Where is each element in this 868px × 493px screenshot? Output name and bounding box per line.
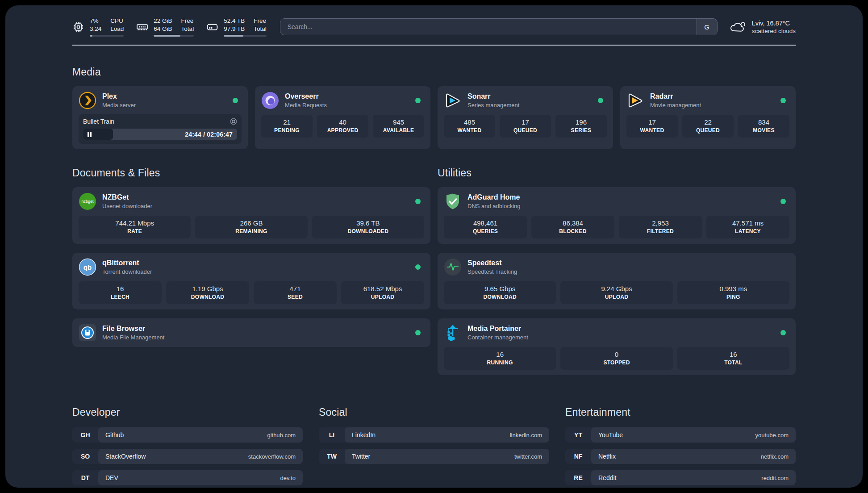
link-github[interactable]: GH Github github.com bbox=[72, 427, 303, 443]
card-title: Speedtest bbox=[467, 259, 517, 267]
card-title: NZBGet bbox=[102, 193, 152, 201]
disk-values: 52.4 TB 97.9 TB bbox=[224, 17, 245, 33]
link-url: dev.to bbox=[280, 475, 296, 481]
cpu-metric: 7% 3.24 CPU Load bbox=[72, 17, 124, 37]
link-name: Reddit bbox=[598, 474, 616, 481]
portainer-card[interactable]: Media Portainer Container management 16 … bbox=[438, 318, 796, 375]
link-twitter[interactable]: TW Twitter twitter.com bbox=[319, 449, 549, 464]
adguard-card[interactable]: AdGuard Home DNS and adblocking 498,461 … bbox=[438, 187, 796, 244]
stat-box: 39.6 TB DOWNLOADED bbox=[312, 216, 424, 238]
link-dev[interactable]: DT DEV dev.to bbox=[72, 470, 303, 485]
link-name: DEV bbox=[105, 474, 118, 481]
link-name: Github bbox=[105, 431, 124, 439]
link-stackoverflow[interactable]: SO StackOverflow stackoverflow.com bbox=[72, 449, 303, 464]
link-netflix[interactable]: NF Netflix netflix.com bbox=[565, 449, 796, 464]
sonarr-card[interactable]: Sonarr Series management 485 WANTED 17 Q… bbox=[438, 86, 613, 149]
weather-widget[interactable]: Lviv, 16.87°C scattered clouds bbox=[729, 20, 796, 34]
qbittorrent-card[interactable]: qb qBittorrent Torrent downloader 16 LEE… bbox=[72, 253, 430, 309]
link-abbr: SO bbox=[72, 449, 98, 464]
nzbget-card[interactable]: nzbget NZBGet Usenet downloader 744.21 M… bbox=[72, 187, 430, 244]
stat-box: 1.19 Gbps DOWNLOAD bbox=[166, 281, 249, 304]
developer-links: Developer GH Github github.com SO StackO… bbox=[72, 384, 303, 492]
playback-time: 24:44 / 02:06:47 bbox=[185, 131, 233, 138]
card-subtitle: Series management bbox=[467, 102, 519, 109]
link-url: linkedin.com bbox=[510, 432, 542, 439]
documents-column: Documents & Files nzbget NZBGet Usenet d… bbox=[72, 149, 430, 356]
card-title: AdGuard Home bbox=[467, 193, 521, 201]
link-name: StackOverflow bbox=[105, 453, 146, 460]
search-bar: G bbox=[280, 18, 718, 35]
playback-progress-bar[interactable]: 24:44 / 02:06:47 bbox=[83, 129, 237, 140]
link-url: youtube.com bbox=[755, 432, 789, 439]
utilities-column: Utilities AdGuard Home DNS and adblockin… bbox=[438, 149, 796, 384]
stat-box: 16 RUNNING bbox=[444, 347, 556, 370]
speedtest-card[interactable]: Speedtest Speedtest Tracking 9.65 Gbps D… bbox=[438, 253, 796, 309]
card-subtitle: DNS and adblocking bbox=[467, 203, 521, 209]
ram-icon bbox=[136, 21, 148, 33]
session-icon[interactable] bbox=[230, 118, 237, 125]
section-title-social: Social bbox=[319, 406, 549, 418]
stat-box: 485 WANTED bbox=[444, 115, 495, 138]
link-name: Netflix bbox=[598, 453, 616, 460]
stat-box: 834 MOVIES bbox=[738, 115, 789, 138]
link-reddit[interactable]: RE Reddit reddit.com bbox=[565, 470, 796, 485]
qbittorrent-icon: qb bbox=[79, 258, 96, 276]
disk-total-value: 97.9 TB bbox=[224, 25, 245, 33]
card-subtitle: Movie management bbox=[650, 102, 701, 109]
link-abbr: DT bbox=[72, 470, 98, 485]
weather-condition: scattered clouds bbox=[752, 28, 796, 34]
section-title-documents: Documents & Files bbox=[72, 167, 430, 179]
stat-box: 47.571 ms LATENCY bbox=[706, 216, 789, 238]
disk-metric: 52.4 TB 97.9 TB Free Total bbox=[206, 17, 267, 37]
stat-box: 266 GB REMAINING bbox=[195, 216, 307, 238]
card-subtitle: Usenet downloader bbox=[102, 203, 152, 209]
pause-icon[interactable] bbox=[88, 132, 92, 137]
search-engine-button[interactable]: G bbox=[697, 19, 717, 35]
card-title: Sonarr bbox=[467, 92, 519, 100]
filebrowser-icon bbox=[79, 324, 96, 342]
svg-text:nzbget: nzbget bbox=[81, 199, 94, 204]
card-title: File Browser bbox=[102, 325, 164, 333]
overseerr-icon bbox=[261, 92, 279, 109]
card-title: Radarr bbox=[650, 92, 701, 100]
link-url: github.com bbox=[267, 432, 296, 439]
media-grid: Plex Media server Bullet Train 24:44 / 0… bbox=[72, 86, 796, 149]
status-dot bbox=[415, 264, 421, 270]
search-input[interactable] bbox=[280, 19, 697, 35]
link-abbr: YT bbox=[565, 427, 591, 443]
disk-free-value: 52.4 TB bbox=[224, 17, 245, 25]
entertainment-links: Entertainment YT YouTube youtube.com NF … bbox=[565, 384, 796, 492]
status-dot bbox=[780, 98, 786, 103]
now-playing-title: Bullet Train bbox=[83, 118, 114, 125]
stat-box: 9.65 Gbps DOWNLOAD bbox=[444, 281, 556, 304]
status-dot bbox=[415, 330, 421, 335]
overseerr-card[interactable]: Overseerr Media Requests 21 PENDING 40 A… bbox=[255, 86, 430, 149]
header-divider bbox=[72, 45, 796, 46]
section-title-entertainment: Entertainment bbox=[565, 406, 796, 418]
card-title: Overseerr bbox=[285, 92, 327, 100]
link-url: twitter.com bbox=[514, 453, 542, 460]
cpu-labels: CPU Load bbox=[110, 17, 124, 33]
filebrowser-card[interactable]: File Browser Media File Management bbox=[72, 318, 430, 347]
cpu-progress-fill bbox=[90, 35, 92, 37]
stat-box: 86,384 BLOCKED bbox=[531, 216, 614, 238]
memory-free-value: 22 GiB bbox=[154, 17, 172, 25]
memory-values: 22 GiB 64 GiB bbox=[154, 17, 172, 33]
status-dot bbox=[415, 199, 421, 204]
svg-text:qb: qb bbox=[83, 263, 92, 271]
link-youtube[interactable]: YT YouTube youtube.com bbox=[565, 427, 796, 443]
card-subtitle: Speedtest Tracking bbox=[467, 268, 517, 275]
plex-card[interactable]: Plex Media server Bullet Train 24:44 / 0… bbox=[72, 86, 248, 149]
disk-labels: Free Total bbox=[254, 17, 267, 33]
status-dot bbox=[415, 98, 421, 103]
disk-icon bbox=[206, 21, 218, 33]
stat-box: 21 PENDING bbox=[261, 115, 313, 138]
link-url: stackoverflow.com bbox=[248, 453, 296, 460]
nzbget-icon: nzbget bbox=[79, 192, 96, 210]
radarr-card[interactable]: Radarr Movie management 17 WANTED 22 QUE… bbox=[620, 86, 796, 149]
link-linkedin[interactable]: LI LinkedIn linkedin.com bbox=[319, 427, 549, 443]
stat-box: 17 QUEUED bbox=[500, 115, 551, 138]
social-links: Social LI LinkedIn linkedin.com TW Twitt… bbox=[319, 384, 549, 470]
section-title-developer: Developer bbox=[72, 406, 303, 418]
card-title: qBittorrent bbox=[102, 259, 152, 267]
